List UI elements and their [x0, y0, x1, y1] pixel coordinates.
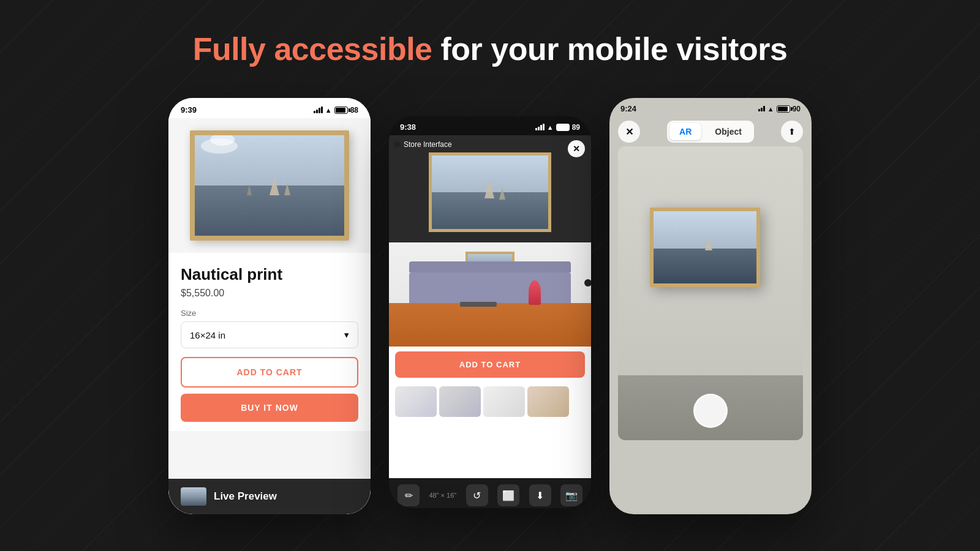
ar-scene — [618, 146, 803, 440]
room-sofa — [409, 272, 571, 303]
room-thumb-3[interactable] — [483, 386, 525, 417]
room-thumbnails — [389, 383, 591, 421]
signal-bars — [314, 107, 323, 113]
room-plant — [529, 280, 541, 305]
pencil-icon[interactable]: ✏ — [398, 484, 420, 506]
room-thumb-4[interactable] — [527, 386, 569, 417]
phone-3-top-controls: ✕ AR Object ⬆ — [609, 117, 812, 146]
ar-mode-button[interactable]: AR — [669, 123, 701, 140]
room-table — [460, 302, 497, 307]
size-label-toolbar: 48" × 16" — [429, 492, 456, 499]
battery-num-3: 90 — [793, 105, 801, 113]
phone-3-status-bar: 9:24 ▲ 90 — [609, 98, 812, 117]
headline-rest: for your mobile visitors — [432, 31, 788, 67]
artwork-section — [168, 118, 371, 253]
phone-3-status-icons: ▲ 90 — [758, 105, 801, 113]
ar-artwork-sail — [705, 237, 712, 250]
phone-2-bottom: ADD TO CART — [389, 242, 591, 478]
room-thumb-2[interactable] — [439, 386, 481, 417]
rotate-icon[interactable]: ↺ — [466, 484, 488, 506]
phone-1-status-icons: ▲ 88 — [314, 106, 358, 114]
product-title: Nautical print — [181, 265, 358, 284]
page-container: Fully accessible for your mobile visitor… — [0, 0, 980, 551]
share-icon: ⬆ — [788, 127, 796, 137]
object-mode-button[interactable]: Object — [705, 123, 752, 140]
buy-it-now-button[interactable]: BUY IT NOW — [181, 394, 358, 422]
phone-1: 9:39 ▲ 88 — [168, 98, 371, 514]
headline-accent: Fully accessible — [193, 31, 432, 67]
download-icon[interactable]: ⬇ — [529, 484, 551, 506]
shutter-button[interactable] — [693, 394, 728, 428]
signal-bars-3 — [758, 106, 765, 111]
ar-artwork-frame — [650, 208, 760, 287]
signal-bars-2 — [535, 124, 545, 130]
scroll-indicator — [584, 279, 591, 287]
painting-sail-2 — [284, 183, 290, 195]
phone-1-content: Nautical print $5,550.00 Size 16×24 in ▾… — [168, 118, 371, 510]
phone-3-time: 9:24 — [620, 104, 636, 113]
painting-sail-3 — [247, 184, 252, 195]
interface-label: Store Interface — [404, 140, 452, 149]
phone-2: 9:38 ▲ 89 Stor — [389, 116, 591, 508]
live-preview-label: Live Preview — [214, 490, 277, 503]
product-info: Nautical print $5,550.00 Size 16×24 in ▾… — [168, 253, 371, 431]
camera-dot — [394, 141, 400, 148]
frame-icon[interactable]: ⬜ — [497, 484, 519, 506]
battery-icon-2 — [556, 124, 570, 131]
size-select[interactable]: 16×24 in ▾ — [181, 321, 358, 348]
phone-1-time: 9:39 — [181, 105, 197, 114]
phone-3: 9:24 ▲ 90 ✕ — [609, 98, 812, 514]
ar-close-button[interactable]: ✕ — [618, 121, 640, 143]
share-button[interactable]: ⬆ — [781, 121, 803, 143]
battery-icon — [334, 107, 348, 114]
wifi-icon-2: ▲ — [547, 124, 554, 131]
wifi-icon-3: ▲ — [767, 105, 774, 113]
close-button[interactable]: ✕ — [568, 140, 585, 157]
phone-2-status-bar: 9:38 ▲ 89 — [389, 116, 591, 135]
product-price: $5,550.00 — [181, 288, 358, 299]
phone-2-top-section: Store Interface ✕ — [389, 135, 591, 242]
chevron-down-icon: ▾ — [344, 329, 349, 340]
wifi-icon: ▲ — [325, 107, 332, 114]
battery-num-2: 89 — [572, 123, 580, 132]
top-artwork-frame — [429, 152, 551, 232]
room-thumb-1[interactable] — [395, 386, 437, 417]
camera-icon[interactable]: 📷 — [560, 484, 582, 506]
phone-2-time: 9:38 — [400, 122, 416, 132]
size-label: Size — [181, 309, 358, 318]
battery-num: 88 — [350, 106, 358, 114]
live-preview-thumb — [181, 487, 206, 506]
artwork-frame — [190, 130, 349, 241]
room-scene — [389, 242, 591, 347]
main-headline: Fully accessible for your mobile visitor… — [193, 31, 788, 67]
live-preview-bar[interactable]: Live Preview — [168, 479, 371, 514]
phones-container: 9:39 ▲ 88 — [168, 98, 812, 514]
phone-2-toolbar: ✏ 48" × 16" ↺ ⬜ ⬇ 📷 — [389, 478, 591, 508]
add-to-cart-button[interactable]: ADD TO CART — [181, 357, 358, 388]
phone-2-add-cart-button[interactable]: ADD TO CART — [395, 351, 585, 378]
phone-2-status-icons: ▲ 89 — [535, 123, 580, 132]
battery-icon-3 — [777, 105, 790, 113]
artwork-painting — [195, 135, 344, 236]
painting-clouds — [201, 138, 238, 154]
painting-sail-1 — [270, 177, 279, 195]
ar-mode-controls: AR Object — [667, 121, 754, 143]
phone-1-status-bar: 9:39 ▲ 88 — [168, 98, 371, 118]
